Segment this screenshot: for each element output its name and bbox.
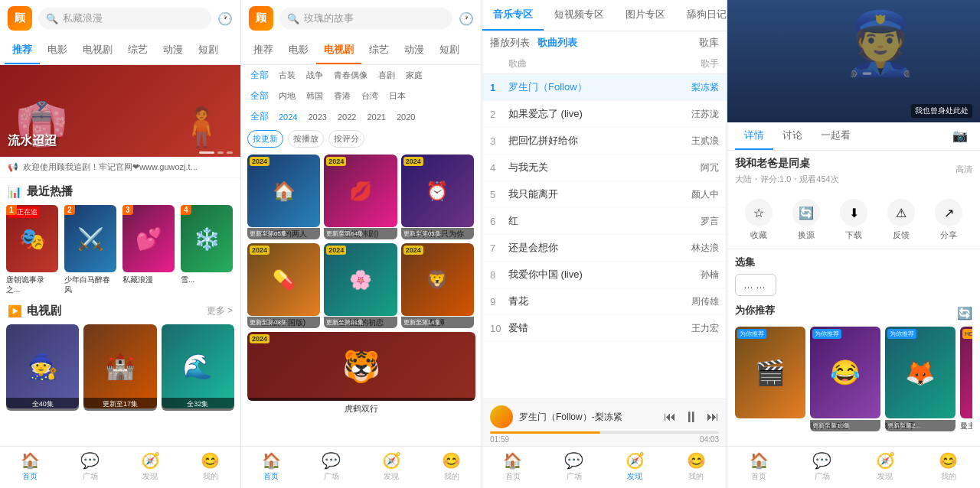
tab-anime-1[interactable]: 动漫	[155, 37, 191, 64]
filter-tag-2024[interactable]: 2024	[275, 111, 301, 123]
video-player[interactable]: 👮 我也曾身处此处	[727, 0, 980, 122]
prev-btn[interactable]: ⏮	[664, 410, 676, 424]
pause-btn[interactable]: ⏸	[684, 408, 699, 426]
logo-1[interactable]: 顾	[8, 6, 32, 31]
drama-card-1[interactable]: 🧙 全40集	[6, 324, 79, 411]
tab-variety-2[interactable]: 综艺	[361, 37, 397, 64]
history-icon-2[interactable]: 🕐	[459, 11, 474, 26]
screenshot-btn[interactable]: 📷	[948, 122, 972, 150]
sort-btn-rating[interactable]: 按评分	[328, 130, 364, 148]
large-card-tiger[interactable]: 🐯 2024	[247, 332, 475, 401]
song-row-9[interactable]: 9 青花 周传雄	[482, 288, 727, 315]
grid-item-4[interactable]: 💊 2024 更新至第08集 上瘾(泰国版)	[247, 243, 320, 328]
player-thumbnail[interactable]	[490, 405, 513, 428]
detail-tab-discuss[interactable]: 讨论	[773, 122, 812, 150]
nav-me-1[interactable]: 😊 我的	[181, 451, 241, 482]
tab-tv-1[interactable]: 电视剧	[75, 37, 120, 64]
grid-item-1[interactable]: 🏠 2024 更新至第05集 住宅区的两人	[247, 155, 320, 239]
nav-square-2[interactable]: 💬 广场	[302, 451, 362, 482]
sub-tab-playlist[interactable]: 播放列表	[490, 36, 530, 50]
music-tab-diary[interactable]: 舔狗日记	[676, 0, 727, 31]
filter-tag-riben[interactable]: 日本	[385, 89, 410, 103]
song-artist-7[interactable]: 林达浪	[658, 242, 719, 255]
nav-home-1[interactable]: 🏠 首页	[0, 451, 60, 482]
grid-item-2[interactable]: 💋 2024 更新至第64集 丑闻(韩剧)	[324, 155, 397, 239]
song-row-7[interactable]: 7 还是会想你 林达浪	[482, 235, 727, 262]
drama-card-3[interactable]: 🌊 全32集	[162, 324, 234, 411]
sort-btn-play[interactable]: 按播放	[288, 130, 324, 148]
tab-short-2[interactable]: 短剧	[432, 37, 467, 64]
search-box-1[interactable]: 🔍 私藏浪漫	[38, 8, 211, 29]
rec-card-2[interactable]: 😂 为你推荐 更新至第10集 首尔破笑组	[810, 327, 880, 431]
filter-all-1[interactable]: 全部	[247, 67, 272, 83]
song-row-4[interactable]: 4 与我无关 阿冗	[482, 155, 727, 181]
nav-me-3[interactable]: 😊 我的	[665, 451, 727, 482]
tab-anime-2[interactable]: 动漫	[397, 37, 432, 64]
song-row-1[interactable]: 1 罗生门（Follow） 梨冻紧	[482, 74, 727, 101]
episode-dots[interactable]: ……	[735, 274, 776, 296]
filter-tag-2022[interactable]: 2022	[334, 111, 360, 123]
hot-item-4[interactable]: ❄️ 4 雪...	[181, 205, 233, 294]
filter-tag-xiju[interactable]: 喜剧	[374, 68, 399, 83]
filter-tag-taiwan[interactable]: 台湾	[358, 89, 382, 103]
detail-tab-watch-together[interactable]: 一起看	[812, 122, 860, 150]
action-btn-source[interactable]: 🔄 换源	[792, 199, 820, 241]
song-artist-2[interactable]: 汪苏泷	[658, 108, 719, 121]
tab-tv-2[interactable]: 电视剧	[316, 37, 361, 64]
hot-item-2[interactable]: ⚔️ 2 少年白马醉春风	[64, 205, 116, 294]
search-box-2[interactable]: 🔍 玫瑰的故事	[279, 8, 452, 29]
action-btn-download[interactable]: ⬇ 下载	[840, 199, 867, 241]
filter-all-2[interactable]: 全部	[247, 88, 272, 104]
song-row-6[interactable]: 6 红 罗言	[482, 208, 727, 235]
song-artist-5[interactable]: 颜人中	[658, 188, 719, 201]
next-btn[interactable]: ⏭	[707, 410, 719, 424]
rec-card-3[interactable]: 🦊 为你推荐 更新至第2... 狐狸在手	[885, 327, 956, 431]
nav-me-4[interactable]: 😊 我的	[917, 451, 981, 482]
filter-tag-zhanzheng[interactable]: 战争	[302, 68, 327, 83]
song-artist-9[interactable]: 周传雄	[658, 295, 719, 308]
tab-recommend-1[interactable]: 推荐	[5, 37, 40, 64]
tab-short-1[interactable]: 短剧	[191, 37, 226, 64]
nav-square-1[interactable]: 💬 广场	[60, 451, 121, 482]
rec-card-1[interactable]: 🎬 为你推荐	[735, 327, 805, 431]
logo-2[interactable]: 顾	[249, 6, 273, 31]
sub-tab-songlist[interactable]: 歌曲列表	[537, 36, 577, 50]
song-row-3[interactable]: 3 把回忆拼好给你 王贰浪	[482, 128, 727, 155]
hot-item-1[interactable]: 🎭 你正在追 1 唐朝诡事录之...	[6, 205, 58, 294]
filter-tag-qingchun[interactable]: 青春偶像	[330, 68, 371, 83]
song-artist-10[interactable]: 王力宏	[658, 322, 719, 335]
song-artist-4[interactable]: 阿冗	[658, 161, 719, 174]
filter-tag-jiating[interactable]: 家庭	[402, 68, 426, 83]
filter-all-3[interactable]: 全部	[247, 109, 272, 125]
tab-recommend-2[interactable]: 推荐	[246, 37, 281, 64]
music-tab-video[interactable]: 短视频专区	[544, 0, 615, 31]
drama-more-btn[interactable]: 更多 >	[207, 304, 233, 317]
song-row-2[interactable]: 2 如果爱忘了 (live) 汪苏泷	[482, 101, 727, 128]
refresh-icon[interactable]: 🔄	[957, 306, 972, 320]
nav-home-3[interactable]: 🏠 首页	[482, 451, 544, 482]
song-row-10[interactable]: 10 爱错 王力宏	[482, 315, 727, 342]
tab-movie-1[interactable]: 电影	[40, 37, 75, 64]
nav-me-2[interactable]: 😊 我的	[422, 451, 482, 482]
nav-discover-1[interactable]: 🧭 发现	[120, 451, 181, 482]
history-icon-1[interactable]: 🕐	[217, 11, 233, 26]
nav-home-2[interactable]: 🏠 首页	[241, 451, 302, 482]
filter-tag-2023[interactable]: 2023	[304, 111, 330, 123]
action-btn-collect[interactable]: ☆ 收藏	[745, 199, 773, 241]
music-tab-photo[interactable]: 图片专区	[615, 0, 676, 31]
song-row-5[interactable]: 5 我只能离开 颜人中	[482, 181, 727, 208]
banner-1[interactable]: 👘 🧍 流水迢迢	[0, 65, 240, 157]
action-btn-share[interactable]: ↗ 分享	[935, 199, 962, 241]
filter-tag-2021[interactable]: 2021	[363, 111, 389, 123]
nav-discover-3[interactable]: 🧭 发现	[605, 451, 666, 482]
tab-variety-1[interactable]: 综艺	[120, 37, 155, 64]
song-artist-8[interactable]: 孙楠	[658, 268, 719, 281]
filter-tag-neidi[interactable]: 内地	[275, 89, 299, 103]
music-tab-music[interactable]: 音乐专区	[482, 0, 544, 31]
filter-tag-hanguo[interactable]: 韩国	[302, 89, 327, 103]
drama-card-2[interactable]: 🏰 更新至17集	[83, 324, 156, 411]
sort-btn-update[interactable]: 按更新	[247, 130, 283, 148]
filter-tag-xianggang[interactable]: 香港	[330, 89, 354, 103]
song-row-8[interactable]: 8 我爱你中国 (live) 孙楠	[482, 262, 727, 288]
action-btn-feedback[interactable]: ⚠ 反馈	[887, 199, 915, 241]
